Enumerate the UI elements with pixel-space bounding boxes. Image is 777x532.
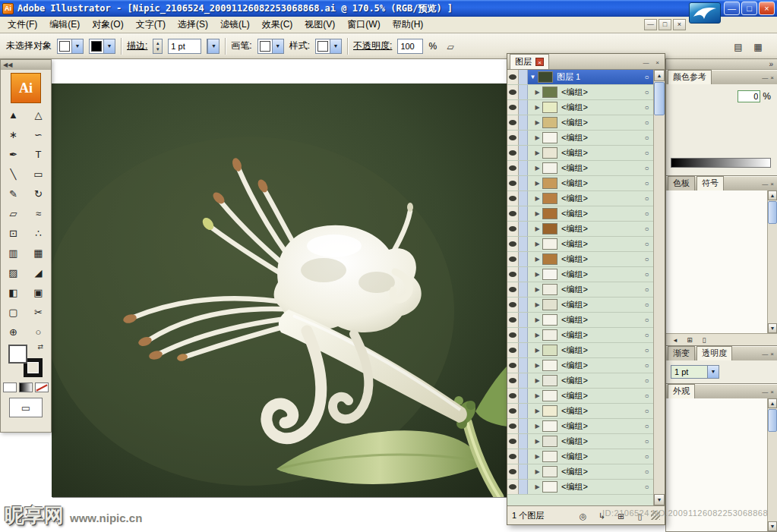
slice-tool[interactable]: ✂: [26, 302, 51, 322]
panel-minimize-button[interactable]: —: [762, 181, 768, 187]
color-mode-button[interactable]: [3, 382, 17, 392]
lock-column[interactable]: [519, 297, 528, 312]
tab-appearance[interactable]: 外观: [668, 384, 695, 398]
layer-row[interactable]: ▶<编组>○: [507, 404, 665, 419]
panel-minimize-button[interactable]: —: [762, 351, 768, 357]
layer-row[interactable]: ▶<编组>○: [507, 206, 665, 222]
toolbox-collapse-bar[interactable]: ◀◀: [1, 60, 51, 70]
target-circle-icon[interactable]: ○: [642, 164, 652, 172]
target-circle-icon[interactable]: ○: [642, 255, 652, 263]
symbols-panel-icon[interactable]: ▯: [698, 336, 710, 344]
layer-row[interactable]: ▶<编组>○: [507, 222, 665, 237]
expand-arrow-icon[interactable]: ▶: [532, 134, 542, 141]
fill-color-combo[interactable]: ▼: [57, 39, 84, 54]
lock-column[interactable]: [519, 389, 528, 403]
lock-column[interactable]: [519, 115, 528, 130]
lock-column[interactable]: [519, 161, 528, 175]
visibility-eye-icon[interactable]: [507, 206, 519, 221]
lock-column[interactable]: [519, 70, 528, 84]
lasso-tool[interactable]: ∽: [26, 124, 51, 144]
expand-arrow-icon[interactable]: ▶: [532, 210, 542, 217]
menu-item[interactable]: 视图(V): [298, 16, 341, 33]
opacity-input[interactable]: [397, 39, 423, 54]
expand-arrow-icon[interactable]: ▶: [532, 286, 542, 293]
expand-arrow-icon[interactable]: ▶: [532, 377, 542, 384]
lock-column[interactable]: [519, 252, 528, 266]
lock-column[interactable]: [519, 404, 528, 418]
panel-close-button[interactable]: ×: [770, 181, 774, 187]
panel-close-button[interactable]: ×: [652, 59, 662, 66]
panel-minimize-button[interactable]: —: [762, 389, 768, 395]
expand-arrow-icon[interactable]: ▶: [532, 468, 542, 475]
lock-column[interactable]: [519, 191, 528, 206]
expand-arrow-icon[interactable]: ▶: [532, 225, 542, 232]
visibility-eye-icon[interactable]: [507, 480, 519, 494]
graph-tool[interactable]: ▥: [1, 243, 26, 263]
visibility-eye-icon[interactable]: [507, 100, 519, 115]
expand-arrow-icon[interactable]: ▶: [532, 241, 542, 247]
collapse-arrows-icon[interactable]: »: [769, 60, 773, 68]
lock-column[interactable]: [519, 434, 528, 449]
visibility-eye-icon[interactable]: [507, 85, 519, 99]
doc-restore-button[interactable]: □: [659, 19, 671, 30]
maximize-button[interactable]: □: [741, 2, 757, 15]
target-circle-icon[interactable]: ○: [642, 301, 652, 309]
target-circle-icon[interactable]: ○: [642, 88, 652, 96]
menu-item[interactable]: 文字(T): [130, 16, 172, 33]
magic-wand-tool[interactable]: ∗: [1, 124, 26, 144]
grayscale-ramp-slider[interactable]: [671, 158, 771, 168]
target-circle-icon[interactable]: ○: [642, 103, 652, 112]
layer-row[interactable]: ▶<编组>○: [507, 389, 665, 404]
lock-column[interactable]: [519, 282, 528, 297]
target-circle-icon[interactable]: ○: [642, 452, 652, 461]
symbol-sprayer-tool[interactable]: ∴: [26, 223, 51, 243]
scrollbar-thumb[interactable]: [768, 201, 777, 224]
expand-arrow-icon[interactable]: ▶: [532, 392, 542, 399]
lock-column[interactable]: [519, 313, 528, 327]
chevron-down-icon[interactable]: ▼: [707, 366, 719, 378]
scroll-down-button[interactable]: ▼: [768, 521, 777, 531]
layer-row[interactable]: ▶<编组>○: [507, 313, 665, 328]
expand-arrow-icon[interactable]: ▶: [532, 483, 542, 490]
expand-arrow-icon[interactable]: ▶: [532, 453, 542, 460]
tab-symbols[interactable]: 符号: [696, 176, 724, 190]
lock-column[interactable]: [519, 419, 528, 433]
gradient-mode-button[interactable]: [19, 382, 33, 392]
pencil-tool[interactable]: ✎: [1, 184, 26, 203]
scrollbar-thumb[interactable]: [654, 82, 665, 115]
title-bar[interactable]: Ai Adobe Illustrator - [Nipic_2106524_20…: [0, 0, 777, 17]
visibility-eye-icon[interactable]: [507, 389, 519, 403]
zoom-tool[interactable]: ○: [26, 322, 51, 342]
scale-tool[interactable]: ▱: [1, 203, 26, 223]
fill-swatch[interactable]: [59, 41, 70, 52]
tab-gradient[interactable]: 渐变: [668, 346, 695, 360]
expand-arrow-icon[interactable]: ▶: [532, 316, 542, 323]
layer-row[interactable]: ▶<编组>○: [507, 464, 665, 480]
layer-row[interactable]: ▶<编组>○: [507, 176, 665, 191]
rotate-tool[interactable]: ↻: [26, 184, 51, 203]
target-circle-icon[interactable]: ○: [642, 179, 652, 187]
expand-arrow-icon[interactable]: ▶: [532, 438, 542, 445]
scroll-down-button[interactable]: ▼: [654, 494, 665, 505]
expand-arrow-icon[interactable]: ▶: [532, 362, 542, 369]
expand-arrow-icon[interactable]: ▶: [532, 256, 542, 263]
expand-arrow-icon[interactable]: ▶: [532, 271, 542, 278]
symbols-panel-icon[interactable]: ◂: [669, 336, 681, 344]
target-circle-icon[interactable]: ○: [642, 225, 652, 233]
lock-column[interactable]: [519, 206, 528, 221]
layer-row[interactable]: ▶<编组>○: [507, 85, 665, 100]
visibility-eye-icon[interactable]: [507, 373, 519, 388]
panel-minimize-button[interactable]: —: [762, 74, 768, 81]
visibility-eye-icon[interactable]: [507, 404, 519, 418]
panel-close-button[interactable]: ×: [770, 389, 774, 395]
target-circle-icon[interactable]: ○: [642, 194, 652, 203]
layers-panel-titlebar[interactable]: 图层 × — ×: [507, 54, 665, 70]
scroll-up-button[interactable]: ▲: [768, 190, 777, 200]
visibility-eye-icon[interactable]: [507, 449, 519, 464]
appearance-scrollbar[interactable]: ▲ ▼: [767, 398, 777, 531]
expand-arrow-icon[interactable]: ▶: [532, 89, 542, 96]
visibility-eye-icon[interactable]: [507, 222, 519, 236]
target-circle-icon[interactable]: ○: [642, 437, 652, 445]
target-circle-icon[interactable]: ○: [642, 118, 652, 127]
percent-value-input[interactable]: [738, 90, 760, 102]
